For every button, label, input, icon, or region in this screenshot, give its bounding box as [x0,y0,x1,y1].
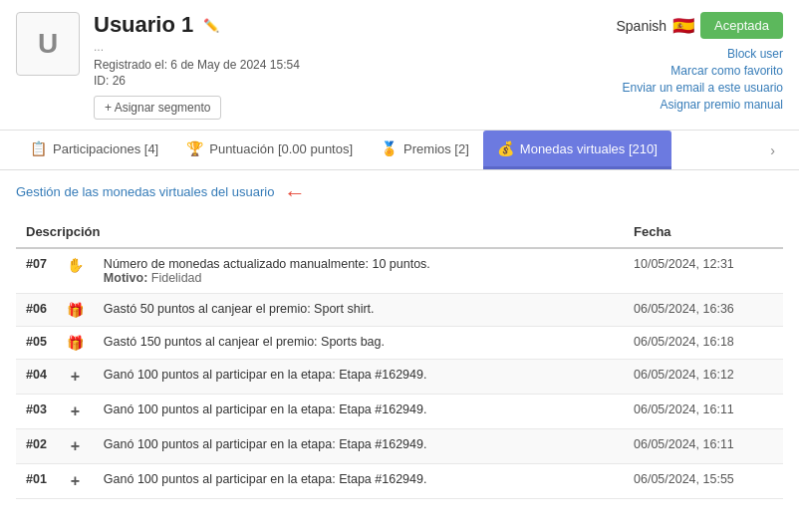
user-id: ID: 26 [94,74,616,88]
user-info: Usuario 1 ✏️ ... Registrado el: 6 de May… [80,12,616,120]
tabs-row: 📋 Participaciones [4] 🏆 Puntuación [0.00… [0,131,799,170]
row-desc-cell: Gastó 50 puntos al canjear el premio: Sp… [94,294,624,327]
row-desc-cell: Ganó 100 puntos al participar en la etap… [94,464,624,499]
row-description: Ganó 100 puntos al participar en la etap… [104,402,427,416]
row-date: 06/05/2024, 16:11 [624,429,783,464]
row-number: #06 [16,294,57,327]
table-body: #07 ✋ Número de monedas actualizado manu… [16,248,783,499]
tab-participaciones[interactable]: 📋 Participaciones [4] [16,131,172,169]
table-section: Descripción Fecha #07 ✋ Número de moneda… [0,216,799,499]
table-row: #03 + Ganó 100 puntos al participar en l… [16,395,783,429]
row-date: 06/05/2024, 15:55 [624,464,783,499]
user-name-row: Usuario 1 ✏️ [94,12,616,38]
row-desc-cell: Ganó 100 puntos al participar en la etap… [94,360,624,395]
row-desc-cell: Ganó 100 puntos al participar en la etap… [94,395,624,429]
top-right-panel: Spanish 🇪🇸 Aceptada Block user Marcar co… [616,12,783,112]
row-description: Gastó 150 puntos al canjear el premio: S… [104,335,385,349]
row-date: 06/05/2024, 16:18 [624,327,783,360]
row-description: Gastó 50 puntos al canjear el premio: Sp… [104,302,375,316]
row-icon: 🎁 [57,294,94,327]
row-date: 06/05/2024, 16:36 [624,294,783,327]
row-desc-cell: Gastó 150 puntos al canjear el premio: S… [94,327,624,360]
row-icon: + [57,360,94,395]
assign-segment-button[interactable]: + Asignar segmento [94,96,221,120]
status-button[interactable]: Aceptada [700,12,783,39]
language-label: Spanish [616,18,666,34]
table-row: #01 + Ganó 100 puntos al participar en l… [16,464,783,499]
monedas-icon: 💰 [497,140,514,156]
row-icon: + [57,429,94,464]
row-description: Ganó 100 puntos al participar en la etap… [104,472,427,486]
edit-icon[interactable]: ✏️ [203,18,219,33]
row-description: Ganó 100 puntos al participar en la etap… [104,368,427,382]
favorite-link[interactable]: Marcar como favorito [670,64,783,78]
user-name: Usuario 1 [94,12,193,38]
table-row: #06 🎁 Gastó 50 puntos al canjear el prem… [16,294,783,327]
arrow-indicator: ← [284,180,306,206]
row-number: #04 [16,360,57,395]
table-row: #04 + Ganó 100 puntos al participar en l… [16,360,783,395]
email-link[interactable]: Enviar un email a este usuario [623,81,783,95]
row-date: 06/05/2024, 16:12 [624,360,783,395]
row-desc-cell: Ganó 100 puntos al participar en la etap… [94,429,624,464]
action-links: Block user Marcar como favorito Enviar u… [623,47,783,112]
row-desc-cell: Número de monedas actualizado manualment… [94,248,624,294]
row-number: #01 [16,464,57,499]
tab-premios[interactable]: 🏅 Premios [2] [367,131,483,169]
tab-monedas[interactable]: 💰 Monedas virtuales [210] [483,131,671,169]
table-row: #05 🎁 Gastó 150 puntos al canjear el pre… [16,327,783,360]
user-registered: Registrado el: 6 de May de 2024 15:54 [94,58,616,72]
row-date: 10/05/2024, 12:31 [624,248,783,294]
description-header: Descripción [16,216,624,248]
row-icon: + [57,464,94,499]
avatar: U [16,12,80,76]
row-date: 06/05/2024, 16:11 [624,395,783,429]
transactions-table: Descripción Fecha #07 ✋ Número de moneda… [16,216,783,499]
tab-puntuacion-label: Puntuación [0.00 puntos] [209,141,353,156]
table-row: #02 + Ganó 100 puntos al participar en l… [16,429,783,464]
row-number: #02 [16,429,57,464]
table-header-row: Descripción Fecha [16,216,783,248]
date-header: Fecha [624,216,783,248]
header-section: U Usuario 1 ✏️ ... Registrado el: 6 de M… [0,0,799,131]
row-number: #03 [16,395,57,429]
manage-link-section: Gestión de las monedas virtuales del usu… [0,170,799,216]
row-description: Número de monedas actualizado manualment… [104,257,430,271]
row-motivo: Motivo: Fidelidad [104,271,202,285]
premios-icon: 🏅 [381,140,398,156]
tab-premios-label: Premios [2] [403,141,469,156]
participaciones-icon: 📋 [30,140,47,156]
user-sub: ... [94,40,616,54]
row-icon: + [57,395,94,429]
manage-link[interactable]: Gestión de las monedas virtuales del usu… [16,184,274,199]
row-description: Ganó 100 puntos al participar en la etap… [104,437,427,451]
flag-icon: 🇪🇸 [672,15,694,37]
row-icon: ✋ [57,248,94,294]
language-row: Spanish 🇪🇸 Aceptada [616,12,783,39]
row-number: #07 [16,248,57,294]
tabs-chevron[interactable]: › [762,133,783,168]
row-number: #05 [16,327,57,360]
tab-participaciones-label: Participaciones [4] [53,141,158,156]
tab-puntuacion[interactable]: 🏆 Puntuación [0.00 puntos] [172,131,367,169]
table-row: #07 ✋ Número de monedas actualizado manu… [16,248,783,294]
puntuacion-icon: 🏆 [186,140,203,156]
prize-link[interactable]: Asignar premio manual [661,98,783,112]
block-user-link[interactable]: Block user [727,47,783,61]
assign-segment-label: + Asignar segmento [105,101,210,115]
tab-monedas-label: Monedas virtuales [210] [520,141,658,156]
row-icon: 🎁 [57,327,94,360]
